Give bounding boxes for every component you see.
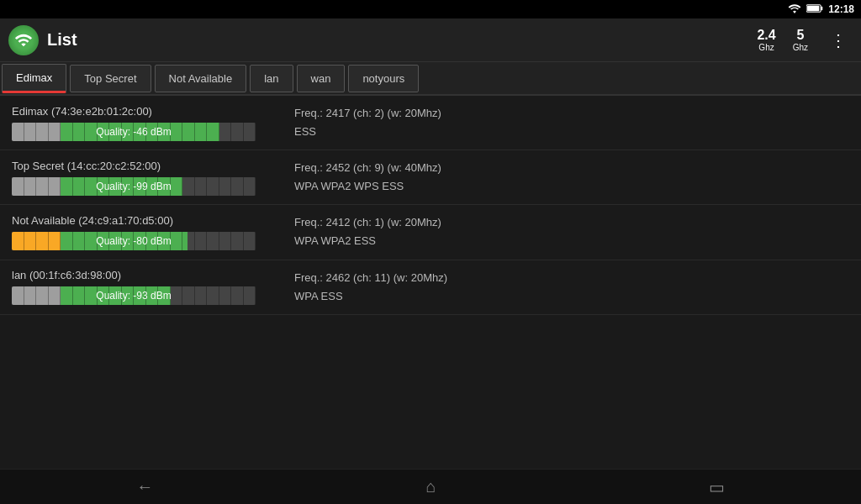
network-freq-1: Freq.: 2452 (ch: 9) (w: 40Mhz) (294, 159, 849, 177)
network-security-2: WPA WPA2 ESS (294, 232, 849, 250)
freq-5-button[interactable]: 5 Ghz (786, 24, 815, 55)
signal-quality-2: Quality: -80 dBm (12, 232, 256, 250)
network-item-2[interactable]: Not Available (24:c9:a1:70:d5:00) Qualit… (0, 205, 861, 260)
tab-wan[interactable]: wan (297, 65, 346, 92)
home-button[interactable]: ⌂ (400, 470, 461, 503)
tab-bar: EdimaxTop SecretNot Availablelanwannotyo… (0, 62, 861, 96)
network-security-1: WPA WPA2 WPS ESS (294, 177, 849, 196)
network-left-0: Edimax (74:3e:e2b:01:2c:00) Quality: -46… (12, 105, 281, 141)
network-name-1: Top Secret (14:cc:20:c2:52:00) (12, 160, 281, 172)
bottom-nav: ← ⌂ ▭ (0, 469, 861, 504)
network-name-2: Not Available (24:c9:a1:70:d5:00) (12, 214, 281, 227)
signal-quality-3: Quality: -93 dBm (12, 286, 256, 305)
battery-status-icon (806, 3, 823, 15)
network-freq-2: Freq.: 2412 (ch: 1) (w: 20Mhz) (294, 213, 849, 232)
signal-quality-1: Quality: -99 dBm (12, 177, 256, 196)
network-name-3: lan (00:1f:c6:3d:98:00) (12, 269, 281, 281)
network-left-2: Not Available (24:c9:a1:70:d5:00) Qualit… (12, 214, 281, 250)
network-left-3: lan (00:1f:c6:3d:98:00) Quality: -93 dBm (12, 269, 281, 305)
network-freq-0: Freq.: 2417 (ch: 2) (w: 20Mhz) (294, 104, 849, 123)
app-icon (8, 25, 39, 55)
network-list: Edimax (74:3e:e2b:01:2c:00) Quality: -46… (0, 96, 861, 469)
network-security-3: WPA ESS (294, 287, 849, 306)
network-item-3[interactable]: lan (00:1f:c6:3d:98:00) Quality: -93 dBm… (0, 260, 861, 315)
freq-buttons: 2.4 Ghz 5 Ghz (750, 24, 815, 55)
tab-edimax[interactable]: Edimax (2, 64, 66, 93)
status-time: 12:18 (828, 3, 854, 15)
signal-bar-0: Quality: -46 dBm (12, 123, 256, 141)
recent-button[interactable]: ▭ (684, 470, 750, 504)
app-title: List (47, 30, 750, 50)
signal-bar-2: Quality: -80 dBm (12, 232, 256, 250)
tab-top-secret[interactable]: Top Secret (70, 65, 151, 92)
network-info-1: Freq.: 2452 (ch: 9) (w: 40Mhz) WPA WPA2 … (294, 159, 849, 196)
network-info-0: Freq.: 2417 (ch: 2) (w: 20Mhz) ESS (294, 104, 849, 141)
tab-notyours[interactable]: notyours (348, 65, 419, 92)
network-security-0: ESS (294, 123, 849, 141)
tab-not-available[interactable]: Not Available (155, 65, 247, 92)
signal-bar-1: Quality: -99 dBm (12, 177, 256, 196)
network-item-0[interactable]: Edimax (74:3e:e2b:01:2c:00) Quality: -46… (0, 96, 861, 150)
back-button[interactable]: ← (111, 470, 178, 503)
signal-quality-0: Quality: -46 dBm (12, 123, 256, 141)
network-item-1[interactable]: Top Secret (14:cc:20:c2:52:00) Quality: … (0, 150, 861, 205)
svg-rect-1 (821, 7, 822, 10)
network-info-3: Freq.: 2462 (ch: 11) (w: 20Mhz) WPA ESS (294, 269, 849, 306)
network-freq-3: Freq.: 2462 (ch: 11) (w: 20Mhz) (294, 269, 849, 287)
svg-rect-2 (807, 6, 819, 11)
status-bar: 12:18 (0, 0, 861, 18)
tab-lan[interactable]: lan (250, 65, 293, 92)
network-left-1: Top Secret (14:cc:20:c2:52:00) Quality: … (12, 160, 281, 196)
freq-2-4-button[interactable]: 2.4 Ghz (750, 24, 782, 55)
network-info-2: Freq.: 2412 (ch: 1) (w: 20Mhz) WPA WPA2 … (294, 213, 849, 250)
app-header: List 2.4 Ghz 5 Ghz ⋮ (0, 18, 861, 62)
more-options-icon[interactable]: ⋮ (825, 27, 853, 54)
network-name-0: Edimax (74:3e:e2b:01:2c:00) (12, 105, 281, 118)
signal-bar-3: Quality: -93 dBm (12, 286, 256, 305)
wifi-status-icon (788, 3, 801, 15)
